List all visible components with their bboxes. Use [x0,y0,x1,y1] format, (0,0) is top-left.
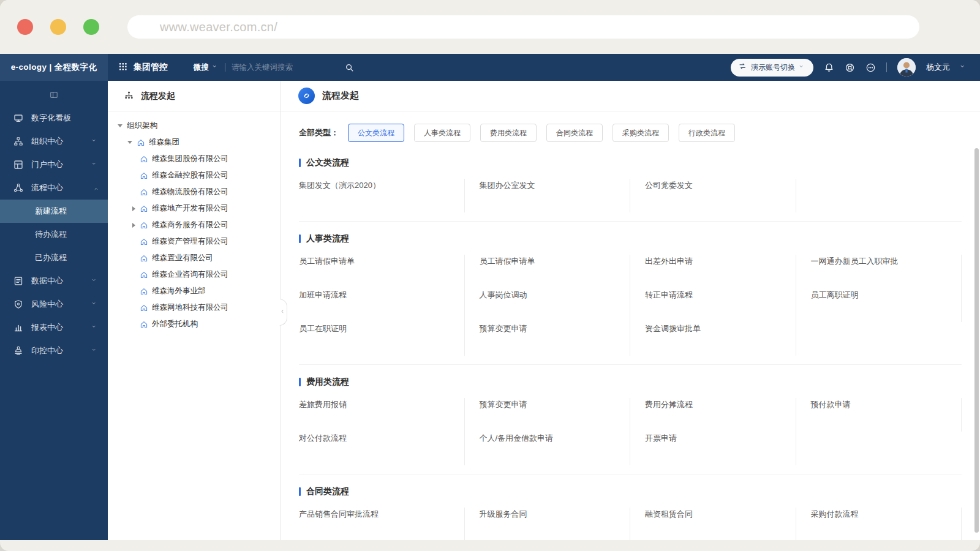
workflow-item[interactable]: 一网通办新员工入职审批 [796,255,962,288]
sidebar-subitem-todo-flow[interactable]: 待办流程 [0,223,108,246]
workflow-item[interactable]: 集团办公室发文 [465,179,631,212]
tree-node[interactable]: 组织架构 [108,118,280,134]
workflow-item[interactable]: 预算变更申请 [465,322,631,356]
workflow-item[interactable]: 对公付款流程 [299,432,465,465]
more-options-icon[interactable] [865,62,876,73]
chevron-down-icon[interactable] [213,64,219,70]
tree-node[interactable]: 维森物流股份有限公司 [108,184,280,200]
workflow-item[interactable]: 融资租赁合同 [630,508,796,540]
tree-collapse-handle[interactable] [279,299,287,326]
url-bar[interactable]: www.weaver.com.cn/ [127,15,919,39]
app-frame: e-cology | 全程数字化 集团管控 微搜 请输入关键词搜索 演示账号切换 [0,54,980,540]
workflow-item[interactable]: 出差外出申请 [630,255,796,288]
chevron-down-icon [92,348,98,354]
sidebar-item-data[interactable]: 数据中心 [0,269,108,293]
caret-open-icon[interactable] [118,124,123,127]
data-icon [13,276,23,286]
type-chip[interactable]: 采购类流程 [612,124,669,142]
workflow-item[interactable]: 产品销售合同审批流程 [299,508,465,540]
app-logo[interactable]: e-cology | 全程数字化 [0,54,108,81]
workflow-item[interactable]: 集团发文（演示2020） [299,179,465,212]
type-chip[interactable]: 行政类流程 [679,124,735,142]
sidebar-item-report[interactable]: 报表中心 [0,316,108,339]
home-icon [140,254,148,263]
workflow-item[interactable]: 员工请假申请单 [465,255,631,288]
workflow-item[interactable]: 资金调拨审批单 [630,322,796,356]
maximize-window-button[interactable] [83,19,99,35]
type-chip[interactable]: 公文类流程 [348,124,404,142]
workflow-item[interactable]: 预付款申请 [796,398,962,432]
workflow-item[interactable]: 开票申请 [630,432,796,465]
app-switcher[interactable]: 集团管控 [118,62,168,73]
home-icon [140,287,148,296]
workflow-item[interactable]: 员工在职证明 [299,322,465,356]
workflow-grid: 员工请假申请单员工请假申请单出差外出申请一网通办新员工入职审批加班申请流程人事岗… [299,255,962,356]
workflow-item[interactable]: 升级服务合同 [465,508,631,540]
workflow-item[interactable]: 加班申请流程 [299,288,465,322]
tree-node[interactable]: 维森企业咨询有限公司 [108,266,280,283]
workflow-section: 费用类流程差旅费用报销预算变更申请费用分摊流程预付款申请对公付款流程个人/备用金… [299,365,962,474]
tree-node[interactable]: 维森资产管理有限公司 [108,233,280,250]
notification-bell-icon[interactable] [824,62,834,73]
section-accent-bar [299,487,301,496]
url-text: www.weaver.com.cn/ [160,20,277,34]
sidebar-item-org[interactable]: 组织中心 [0,130,108,153]
tree-node[interactable]: 维森海外事业部 [108,283,280,299]
workflow-item[interactable]: 采购付款流程 [796,508,962,540]
tree-node[interactable]: 维森地产开发有限公司 [108,200,280,217]
workflow-item[interactable]: 个人/备用金借款申请 [465,432,631,465]
divider [225,63,225,72]
search-scope[interactable]: 微搜 [194,62,209,73]
type-chip[interactable]: 费用类流程 [480,124,537,142]
caret-closed-icon[interactable] [132,206,135,211]
tree-node[interactable]: 维森集团 [108,134,280,151]
sidebar-subitem-new-flow[interactable]: 新建流程 [0,200,108,223]
workflow-item[interactable]: 预算变更申请 [465,398,631,432]
chevron-up-icon [92,185,98,191]
sidebar-item-seal[interactable]: 印控中心 [0,339,108,362]
tree-node[interactable]: 维森置业有限公司 [108,250,280,266]
search-placeholder: 请输入关键词搜索 [232,62,293,73]
type-chip[interactable]: 人事类流程 [414,124,470,142]
tree-node[interactable]: 维森网地科技有限公司 [108,299,280,316]
global-search[interactable]: 微搜 请输入关键词搜索 [194,62,354,73]
scrollbar[interactable] [974,148,979,533]
org-tree-panel: 流程发起 组织架构维森集团维森集团股份有限公司维森金融控股有限公司维森物流股份有… [108,81,281,540]
workflow-item[interactable]: 公司党委发文 [630,179,796,212]
tree-node[interactable]: 维森集团股份有限公司 [108,151,280,167]
sidebar-collapse-icon[interactable] [0,84,108,107]
main-row: 数字化看板组织中心门户中心流程中心新建流程待办流程已办流程数据中心风险中心报表中… [0,81,980,540]
search-icon[interactable] [345,63,354,72]
help-ring-icon[interactable] [845,62,855,73]
caret-closed-icon[interactable] [132,223,135,228]
workflow-item[interactable]: 差旅费用报销 [299,398,465,432]
caret-open-icon[interactable] [127,141,132,144]
chevron-down-icon [92,301,98,307]
workflow-item[interactable]: 人事岗位调动 [465,288,631,322]
tree-node[interactable]: 外部委托机构 [108,316,280,332]
type-chip[interactable]: 合同类流程 [546,124,603,142]
sidebar-item-workflow[interactable]: 流程中心 [0,176,108,200]
tree-node-label: 维森海外事业部 [152,286,206,296]
demo-account-switch-button[interactable]: 演示账号切换 [731,59,813,77]
section-title: 费用类流程 [299,377,962,387]
tree-node[interactable]: 维森商务服务有限公司 [108,217,280,233]
user-avatar[interactable] [897,58,916,77]
close-window-button[interactable] [17,19,33,35]
workflow-item[interactable]: 转正申请流程 [630,288,796,322]
sidebar-item-portal[interactable]: 门户中心 [0,153,108,176]
workflow-item[interactable]: 员工离职证明 [796,288,962,322]
sidebar-item-risk[interactable]: 风险中心 [0,293,108,316]
tree-node[interactable]: 维森金融控股有限公司 [108,167,280,184]
tree-node-label: 维森集团股份有限公司 [152,154,228,164]
sidebar-item-label: 门户中心 [31,159,63,170]
chevron-down-icon[interactable] [960,64,967,70]
home-icon [140,304,148,312]
sidebar-item-dashboard[interactable]: 数字化看板 [0,107,108,130]
content-header: 流程发起 [281,81,980,111]
user-name[interactable]: 杨文元 [926,62,950,73]
minimize-window-button[interactable] [50,19,66,35]
workflow-item[interactable]: 员工请假申请单 [299,255,465,288]
sidebar-subitem-done-flow[interactable]: 已办流程 [0,246,108,269]
workflow-item[interactable]: 费用分摊流程 [630,398,796,432]
